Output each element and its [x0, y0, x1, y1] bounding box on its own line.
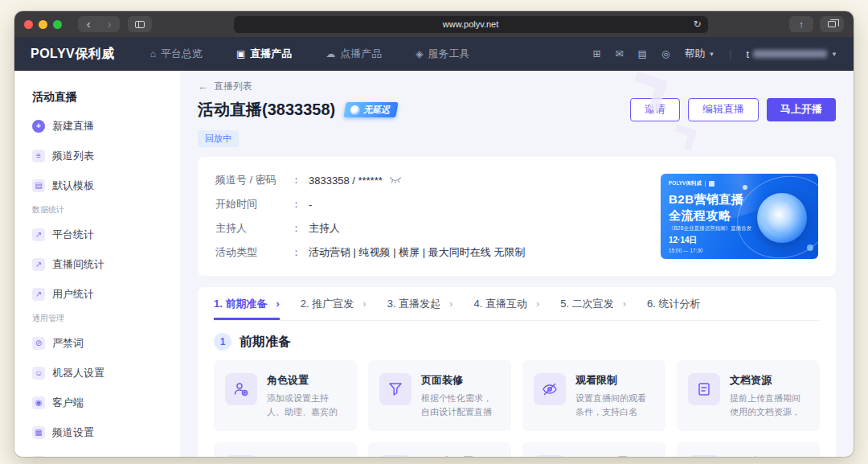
help-menu[interactable]: 帮助 ▼ — [684, 47, 714, 61]
start-live-button[interactable]: 马上开播 — [767, 98, 836, 121]
promo-banner[interactable]: POLYV保利威 B2B营销直播 全流程攻略 《B2B企业直播运营指南》直播首发… — [661, 174, 818, 259]
chart-icon: ↗ — [32, 228, 45, 241]
back-arrow-icon: ← — [198, 80, 208, 92]
sidebar-item-footer-settings[interactable]: ▭ 页脚设置 — [32, 447, 180, 457]
code-embed-icon — [688, 455, 720, 457]
footer-icon: ▭ — [32, 456, 45, 458]
workflow-tabs: 1. 前期准备 2. 推广宣发 3. 直播发起 4. 直播互动 5. 二次宣发 … — [214, 287, 820, 321]
url-text: www.polyv.net — [443, 19, 499, 29]
channel-icon: ▦ — [32, 426, 45, 439]
nav-live-products[interactable]: ▣ 直播产品 — [236, 47, 292, 61]
nav-service-tools[interactable]: ◈ 服务工具 — [416, 47, 469, 61]
polyv-logo[interactable]: POLYV保利威 — [31, 46, 115, 63]
chevron-down-icon: ▼ — [831, 51, 837, 58]
tabs-icon — [828, 21, 836, 27]
sidebar-item-channel-settings[interactable]: ▦ 频道设置 — [32, 417, 180, 447]
document-icon — [688, 373, 720, 405]
banner-date: 12·14日 — [669, 235, 698, 246]
client-icon: ◉ — [32, 396, 45, 409]
nav-vod-products[interactable]: ☁ 点播产品 — [326, 47, 382, 61]
nav-platform-overview[interactable]: ⌂ 平台总览 — [150, 47, 203, 61]
channel-info-card: 频道号 / 密码 ： 3833358 / ****** 开始时间 ： - — [198, 157, 836, 276]
traffic-lights — [24, 20, 62, 29]
security-icon[interactable]: ◎ — [661, 48, 669, 60]
tab-interaction[interactable]: 4. 直播互动 — [473, 287, 539, 320]
browser-window: ‹ › www.polyv.net ↻ ↑ POLYV保利威 ⌂ 平台总览 ▣ … — [14, 11, 854, 457]
card-page-embed[interactable]: 页面嵌入 — [677, 442, 820, 457]
tabs-overview-button[interactable] — [820, 16, 844, 32]
section-title: 前期准备 — [240, 334, 291, 351]
sidebar-item-channel-list[interactable]: ≡ 频道列表 — [32, 141, 180, 170]
account-menu[interactable]: t ▼ — [746, 48, 837, 60]
sidebar-item-client[interactable]: ◉ 客户端 — [32, 388, 180, 417]
main-content: ← 直播列表 活动直播(3833358) 无延迟 邀请 编辑直播 马上开播 回放… — [180, 71, 854, 457]
plus-icon: + — [32, 120, 45, 133]
sidebar-item-user-stats[interactable]: ↗ 用户统计 — [32, 279, 180, 309]
tab-analytics[interactable]: 6. 统计分析 — [647, 287, 700, 320]
tab-preparation[interactable]: 1. 前期准备 — [214, 287, 280, 320]
banner-brand: POLYV保利威 — [669, 180, 714, 187]
ban-icon: ⊘ — [32, 337, 45, 350]
no-delay-badge: 无延迟 — [344, 102, 399, 117]
card-page-decoration[interactable]: 页面装修 根据个性化需求，自由设计配置直播间元素。支持自... — [368, 360, 511, 431]
sidebar-item-platform-stats[interactable]: ↗ 平台统计 — [32, 220, 180, 249]
sidebar-item-room-stats[interactable]: ↗ 直播间统计 — [32, 249, 180, 279]
sidebar-group-manage: 通用管理 — [32, 309, 180, 328]
reload-icon[interactable]: ↻ — [693, 18, 701, 30]
user-role-icon — [225, 373, 257, 405]
divider: | — [729, 48, 731, 60]
banner-time: 15:00 — 17:30 — [669, 248, 703, 253]
feature-grid-row1: 角色设置 添加或设置主持人、助理、嘉宾的信息，以及新增助... 页面装修 根据个… — [214, 360, 820, 431]
live-tv-icon: ▣ — [236, 48, 245, 60]
sidebar-item-banned-words[interactable]: ⊘ 严禁词 — [32, 328, 180, 358]
card-view-restriction[interactable]: 观看限制 设置直播间的观看条件，支持白名单、报名观看、验... — [522, 360, 665, 431]
decor-chevron — [671, 125, 698, 151]
monitor-icon — [534, 455, 566, 457]
banner-title: B2B营销直播 全流程攻略 — [669, 191, 744, 223]
info-row-start-time: 开始时间 ： - — [215, 192, 661, 216]
tab-repromotion[interactable]: 5. 二次宣发 — [560, 287, 626, 320]
card-watch-page-settings[interactable]: 观看页设置 — [522, 442, 665, 457]
back-icon[interactable]: ‹ — [78, 16, 99, 32]
message-icon[interactable]: ✉ — [616, 48, 624, 60]
tools-icon: ◈ — [416, 48, 423, 60]
feature-grid-row2: 防录屏 聊天室设置 — [214, 442, 820, 457]
sidebar-toggle-button[interactable] — [128, 16, 152, 32]
sidebar-icon — [135, 21, 145, 28]
info-row-activity-type: 活动类型 ： 活动营销 | 纯视频 | 横屏 | 最大同时在线 无限制 — [215, 240, 661, 265]
navbar-right: ⊞ ✉ ▤ ◎ 帮助 ▼ | t ▼ — [592, 47, 837, 61]
billing-icon[interactable]: ▤ — [638, 48, 647, 60]
tab-promotion[interactable]: 2. 推广宣发 — [301, 287, 366, 320]
breadcrumb[interactable]: ← 直播列表 — [198, 79, 836, 93]
card-document-resources[interactable]: 文档资源 提前上传直播期间使用的文档资源，减少直播中的失... — [677, 360, 820, 431]
tab-launch[interactable]: 3. 直播发起 — [387, 287, 453, 320]
sidebar-item-default-template[interactable]: ▤ 默认模板 — [32, 170, 180, 200]
forward-icon[interactable]: › — [99, 16, 120, 32]
storage-icon[interactable]: ⊞ — [592, 48, 600, 60]
close-window-button[interactable] — [24, 20, 33, 29]
partner-logo-icon — [709, 181, 714, 187]
chrome-right-buttons: ↑ — [789, 16, 844, 32]
password-visibility-icon[interactable] — [389, 177, 402, 184]
minimize-window-button[interactable] — [39, 20, 47, 29]
screen-record-off-icon — [225, 455, 257, 457]
top-navbar: POLYV保利威 ⌂ 平台总览 ▣ 直播产品 ☁ 点播产品 ◈ 服务工具 ⊞ ✉… — [14, 37, 854, 71]
card-role-settings[interactable]: 角色设置 添加或设置主持人、助理、嘉宾的信息，以及新增助... — [214, 360, 357, 431]
card-anti-recording[interactable]: 防录屏 — [214, 442, 357, 457]
share-button[interactable]: ↑ — [789, 16, 813, 32]
card-chatroom-settings[interactable]: 聊天室设置 — [368, 442, 511, 457]
status-badge: 回放中 — [198, 130, 239, 147]
primary-nav: ⌂ 平台总览 ▣ 直播产品 ☁ 点播产品 ◈ 服务工具 — [150, 47, 470, 61]
address-bar[interactable]: www.polyv.net ↻ — [234, 16, 708, 33]
chat-bubble-icon — [379, 455, 411, 457]
paint-funnel-icon — [379, 373, 411, 405]
eye-off-icon — [534, 373, 566, 405]
page-title: 活动直播(3833358) — [198, 99, 335, 121]
sidebar-item-new-live[interactable]: + 新建直播 — [32, 111, 180, 141]
edit-live-button[interactable]: 编辑直播 — [688, 98, 759, 121]
workflow-card: 1. 前期准备 2. 推广宣发 3. 直播发起 4. 直播互动 5. 二次宣发 … — [198, 287, 836, 457]
template-icon: ▤ — [32, 179, 45, 192]
zoom-window-button[interactable] — [53, 20, 62, 29]
cloud-icon: ☁ — [326, 48, 335, 60]
sidebar-item-robot-settings[interactable]: ☺ 机器人设置 — [32, 358, 180, 388]
